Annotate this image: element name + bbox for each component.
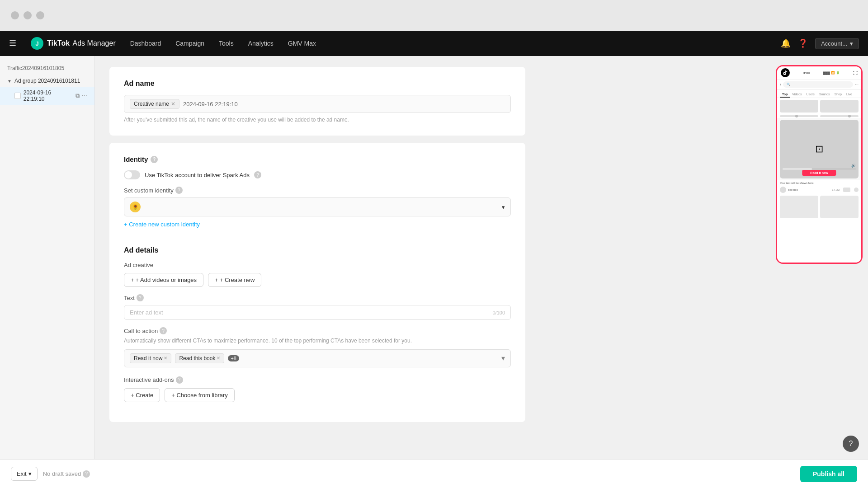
create-new-button[interactable]: + + Create new	[208, 273, 261, 287]
interactive-label: Interactive add-ons ?	[124, 376, 511, 384]
cta-chip-label-2: Read this book	[179, 355, 215, 361]
nav-logo: J TikTok Ads Manager	[31, 37, 116, 50]
exit-label: Exit	[17, 470, 27, 477]
phone-more-cards	[777, 194, 861, 263]
phone-search-input[interactable]: 🔍	[783, 81, 853, 88]
spark-info-icon[interactable]: ?	[254, 171, 261, 178]
ad-name-date: 2024-09-16 22:19:10	[183, 101, 238, 108]
phone-progress-fill	[783, 169, 812, 169]
phone-result-card-2	[820, 100, 859, 113]
nav-campaign[interactable]: Campaign	[175, 38, 204, 49]
nav-gmvmax[interactable]: GMV Max	[288, 38, 316, 49]
phone-caption: Your text will be shown here	[777, 180, 861, 186]
more-icon[interactable]: ⋯	[81, 92, 87, 99]
maximize-button[interactable]	[36, 11, 44, 19]
phone-video-progress	[783, 169, 856, 169]
ad-name-field[interactable]: Creative name ✕ 2024-09-16 22:19:10	[124, 95, 511, 113]
cta-label: Call to action ?	[124, 327, 511, 334]
exit-button[interactable]: Exit ▾	[11, 467, 38, 481]
phone-more-card-1	[780, 196, 818, 218]
spark-toggle[interactable]	[124, 170, 140, 179]
phone-search-bar: ‹ 🔍 ···	[777, 80, 861, 90]
phone-cta-button[interactable]: Read it now	[802, 170, 836, 176]
text-char-count: 0/100	[492, 310, 505, 315]
creative-name-chip[interactable]: Creative name ✕	[130, 99, 179, 109]
identity-select[interactable]: 🌻 ▾	[124, 197, 511, 216]
phone-comment-icon	[854, 188, 859, 192]
sidebar-adgroup[interactable]: ▼ Ad group 20240916101811	[0, 75, 94, 87]
phone-back-icon[interactable]: ‹	[780, 82, 781, 87]
add-videos-button[interactable]: + + Add videos or images	[124, 273, 203, 287]
main-layout: Traffic20240916101805 ▼ Ad group 2024091…	[0, 56, 868, 488]
phone-username: bee-boo	[788, 188, 798, 191]
identity-info-icon[interactable]: ?	[151, 156, 158, 163]
publish-all-button[interactable]: Publish all	[800, 466, 857, 482]
ad-checkbox[interactable]	[14, 93, 21, 99]
chip-close-icon[interactable]: ✕	[171, 101, 175, 107]
create-addon-button[interactable]: + Create	[124, 388, 160, 402]
phone-tab-users[interactable]: Users	[804, 92, 817, 98]
draft-status: No draft saved ?	[43, 470, 90, 478]
notification-icon[interactable]: 🔔	[781, 38, 791, 48]
phone-volume-icon[interactable]: 🔊	[851, 164, 856, 168]
choose-library-button[interactable]: + Choose from library	[165, 388, 235, 402]
phone-tab-top[interactable]: Top	[780, 92, 790, 98]
search-icon: 🔍	[787, 83, 791, 86]
cta-chips-row[interactable]: Read it now ✕ Read this book ✕ +8 ▾	[124, 349, 511, 367]
spark-row: Use TikTok account to deliver Spark Ads …	[124, 170, 511, 179]
logo-text: TikTok Ads Manager	[47, 39, 116, 47]
draft-info-icon[interactable]: ?	[83, 470, 90, 478]
identity-addetails-card: Identity ? Use TikTok account to deliver…	[109, 143, 525, 422]
sidebar-ad-actions: ⧉ ⋯	[75, 92, 87, 99]
phone-tab-sounds[interactable]: Sounds	[817, 92, 832, 98]
phone-tab-live[interactable]: Live	[844, 92, 854, 98]
preview-panel: 8:00 ▓▓▓ 📶 🔋 ⛶ ‹ 🔍	[769, 56, 868, 488]
cta-more-badge[interactable]: +8	[228, 355, 239, 361]
identity-select-inner: 🌻	[130, 202, 141, 212]
ad-name-card: Ad name Creative name ✕ 2024-09-16 22:19…	[109, 67, 525, 136]
text-info-icon[interactable]: ?	[137, 294, 144, 301]
cta-chip-read-now[interactable]: Read it now ✕	[130, 353, 171, 363]
help-icon[interactable]: ❓	[798, 38, 808, 48]
nav-tools[interactable]: Tools	[219, 38, 234, 49]
expand-icon[interactable]: ⛶	[853, 70, 858, 75]
cta-info-icon[interactable]: ?	[160, 327, 167, 334]
cta-chip-close[interactable]: ✕	[164, 356, 167, 361]
phone-preview: 8:00 ▓▓▓ 📶 🔋 ⛶ ‹ 🔍	[776, 65, 861, 264]
ad-creative-label: Ad creative	[124, 262, 511, 268]
phone-tab-videos[interactable]: Videos	[790, 92, 804, 98]
custom-identity-info-icon[interactable]: ?	[175, 187, 183, 194]
sidebar-ad-item[interactable]: 2024-09-16 22:19:10 ⧉ ⋯	[0, 87, 94, 105]
sidebar-campaign: Traffic20240916101805	[0, 63, 94, 75]
phone-time: 8:00	[803, 71, 810, 75]
interactive-info-icon[interactable]: ?	[176, 376, 183, 384]
text-input-field[interactable]: Enter ad text 0/100	[124, 305, 511, 320]
phone-more-card-2	[820, 196, 859, 218]
create-custom-identity-btn[interactable]: + Create new custom identity	[124, 221, 511, 228]
copy-icon[interactable]: ⧉	[75, 92, 80, 99]
cta-chip-read-book[interactable]: Read this book ✕	[175, 353, 224, 363]
close-button[interactable]	[11, 11, 19, 19]
identity-avatar: 🌻	[130, 202, 141, 212]
phone-likes: 17.3M	[832, 188, 840, 191]
cta-chip-close-2[interactable]: ✕	[217, 356, 220, 361]
identity-title: Identity ?	[124, 155, 511, 163]
interactive-addons-section: Interactive add-ons ? + Create + Choose …	[124, 376, 511, 402]
nav-dashboard[interactable]: Dashboard	[130, 38, 161, 49]
cta-chevron-icon: ▾	[501, 354, 505, 362]
nav-analytics[interactable]: Analytics	[248, 38, 274, 49]
account-selector[interactable]: Account... ▾	[815, 38, 859, 49]
phone-tab-shop[interactable]: Shop	[832, 92, 844, 98]
interactive-buttons: + Create + Choose from library	[124, 388, 511, 402]
top-nav: ☰ J TikTok Ads Manager Dashboard Campaig…	[0, 31, 868, 56]
phone-more-icon[interactable]: ···	[855, 82, 859, 87]
phone-frame: 8:00 ▓▓▓ 📶 🔋 ⛶ ‹ 🔍	[776, 65, 863, 264]
floating-help-button[interactable]: ?	[843, 436, 859, 452]
minimize-button[interactable]	[24, 11, 32, 19]
menu-icon[interactable]: ☰	[9, 38, 16, 48]
phone-search-tabs: Top Videos Users Sounds Shop Live	[777, 90, 861, 98]
phone-result-card-1	[780, 100, 818, 113]
adgroup-label: Ad group 20240916101811	[14, 78, 80, 84]
phone-header: 8:00 ▓▓▓ 📶 🔋 ⛶	[777, 66, 861, 80]
ad-item-label: 2024-09-16 22:19:10	[24, 89, 73, 102]
